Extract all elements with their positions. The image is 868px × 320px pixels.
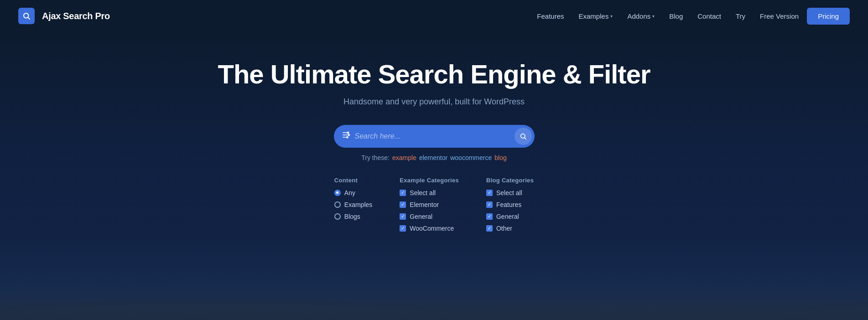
example-elementor[interactable]: ✓ Elementor <box>400 201 459 208</box>
nav-item-blog[interactable]: Blog <box>663 9 689 24</box>
checkbox-general-ex: ✓ <box>400 213 406 220</box>
svg-point-5 <box>347 132 348 134</box>
blog-label-general: General <box>496 213 519 220</box>
example-label-select-all: Select all <box>410 189 436 196</box>
blog-other[interactable]: ✓ Other <box>486 225 534 232</box>
blog-select-all[interactable]: ✓ Select all <box>486 189 534 196</box>
example-woocommerce[interactable]: ✓ WooCommerce <box>400 225 459 232</box>
radio-blogs <box>334 213 341 220</box>
radio-any <box>334 190 341 196</box>
search-button[interactable] <box>515 128 532 145</box>
content-option-any[interactable]: Any <box>334 189 372 196</box>
checkbox-select-all-blog: ✓ <box>486 190 493 196</box>
checkbox-elementor: ✓ <box>400 201 406 208</box>
nav-item-try[interactable]: Try <box>729 9 752 24</box>
svg-line-1 <box>28 17 30 19</box>
blog-general[interactable]: ✓ General <box>486 213 534 220</box>
blog-features[interactable]: ✓ Features <box>486 201 534 208</box>
try-blog-link[interactable]: blog <box>494 154 506 161</box>
nav-item-contact[interactable]: Contact <box>691 9 728 24</box>
svg-point-8 <box>520 134 525 138</box>
logo-icon <box>18 8 35 24</box>
nav-item-free-version[interactable]: Free Version <box>754 9 805 24</box>
content-option-blogs[interactable]: Blogs <box>334 213 372 220</box>
try-woocommerce-link[interactable]: woocommerce <box>450 154 492 161</box>
chevron-down-icon: ▾ <box>652 14 655 19</box>
checkbox-features: ✓ <box>486 201 493 208</box>
example-label-woocommerce: WooCommerce <box>410 225 454 232</box>
content-label-any: Any <box>344 189 355 196</box>
svg-point-7 <box>346 137 348 138</box>
nav-item-features[interactable]: Features <box>530 9 570 24</box>
blog-categories-filter-group: Blog Categories ✓ Select all ✓ Features … <box>486 177 534 237</box>
content-filter-title: Content <box>334 177 372 184</box>
chevron-down-icon: ▾ <box>610 14 613 19</box>
blog-label-features: Features <box>496 201 521 208</box>
svg-point-6 <box>348 134 349 136</box>
search-bar <box>334 125 535 148</box>
content-label-examples: Examples <box>344 201 372 208</box>
checkbox-select-all-ex: ✓ <box>400 190 406 196</box>
content-label-blogs: Blogs <box>344 213 360 220</box>
content-option-examples[interactable]: Examples <box>334 201 372 208</box>
bottom-wave <box>0 293 868 320</box>
filter-icon <box>341 130 350 142</box>
search-input[interactable] <box>355 132 515 140</box>
example-categories-filter-group: Example Categories ✓ Select all ✓ Elemen… <box>400 177 459 237</box>
checkbox-other: ✓ <box>486 225 493 232</box>
nav-item-examples[interactable]: Examples ▾ <box>572 9 619 24</box>
logo[interactable]: Ajax Search Pro <box>18 8 110 24</box>
try-these-bar: Try these: example elementor woocommerce… <box>361 154 506 161</box>
blog-label-select-all: Select all <box>496 189 522 196</box>
example-label-elementor: Elementor <box>410 201 439 208</box>
blog-label-other: Other <box>496 225 512 232</box>
example-general[interactable]: ✓ General <box>400 213 459 220</box>
nav-item-addons[interactable]: Addons ▾ <box>621 9 661 24</box>
nav-item-pricing[interactable]: Pricing <box>807 8 850 25</box>
example-select-all[interactable]: ✓ Select all <box>400 189 459 196</box>
svg-line-9 <box>525 138 526 139</box>
filter-panel: Content Any Examples Blogs Example Categ… <box>334 177 534 237</box>
navbar: Ajax Search Pro Features Examples ▾ Addo… <box>0 0 868 32</box>
hero-section: The Ultimate Search Engine & Filter Hand… <box>0 32 868 320</box>
logo-text: Ajax Search Pro <box>42 11 110 21</box>
hero-subheadline: Handsome and very powerful, built for Wo… <box>9 97 859 107</box>
checkbox-general-blog: ✓ <box>486 213 493 220</box>
svg-point-0 <box>24 13 29 18</box>
try-elementor-link[interactable]: elementor <box>419 154 447 161</box>
try-these-label: Try these: <box>361 154 390 161</box>
try-example-link[interactable]: example <box>392 154 416 161</box>
checkbox-woocommerce: ✓ <box>400 225 406 232</box>
nav-links: Features Examples ▾ Addons ▾ Blog Contac… <box>530 8 850 25</box>
example-label-general: General <box>410 213 432 220</box>
hero-headline: The Ultimate Search Engine & Filter <box>9 59 859 90</box>
blog-categories-title: Blog Categories <box>486 177 534 184</box>
radio-examples <box>334 201 341 208</box>
example-categories-title: Example Categories <box>400 177 459 184</box>
content-filter-group: Content Any Examples Blogs <box>334 177 372 237</box>
